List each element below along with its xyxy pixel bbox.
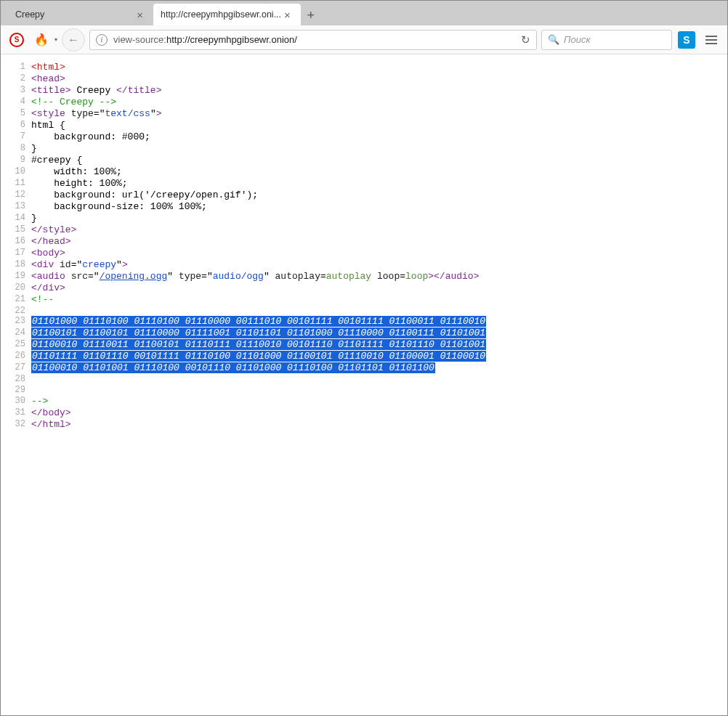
line-code: 01100101 01100101 01110000 01111001 0110… xyxy=(31,328,727,339)
line-code: --> xyxy=(31,396,727,407)
line-code: </body> xyxy=(31,407,727,419)
noscript-icon[interactable]: S xyxy=(7,30,27,50)
line-number: 5 xyxy=(1,108,31,120)
line-code: height: 100%; xyxy=(31,178,727,190)
line-number: 24 xyxy=(1,328,31,339)
source-line[interactable]: 16</head> xyxy=(1,236,727,248)
line-number: 26 xyxy=(1,351,31,362)
source-line[interactable]: 11 height: 100%; xyxy=(1,178,727,190)
line-code: html { xyxy=(31,120,727,131)
source-line[interactable]: 3<title> Creepy </title> xyxy=(1,85,727,97)
line-code: </div> xyxy=(31,282,727,294)
line-number: 7 xyxy=(1,131,31,143)
hamburger-menu[interactable] xyxy=(701,30,721,50)
line-code: <title> Creepy </title> xyxy=(31,85,727,97)
line-code: </html> xyxy=(31,419,727,431)
source-line[interactable]: 1<html> xyxy=(1,62,727,73)
url-text: view-source:http://creepymhpgibsewr.onio… xyxy=(113,34,515,45)
source-line[interactable]: 21<!-- xyxy=(1,294,727,306)
source-line[interactable]: 2<head> xyxy=(1,73,727,85)
line-code: width: 100%; xyxy=(31,166,727,178)
source-line[interactable]: 17<body> xyxy=(1,248,727,259)
source-line[interactable]: 30--> xyxy=(1,396,727,407)
search-input[interactable]: 🔍 Поиск xyxy=(541,30,672,50)
info-icon[interactable]: i xyxy=(96,34,108,46)
line-number: 19 xyxy=(1,271,31,282)
source-line[interactable]: 9#creepy { xyxy=(1,155,727,166)
source-line[interactable]: 5<style type="text/css"> xyxy=(1,108,727,120)
search-placeholder: Поиск xyxy=(564,34,591,45)
line-code: <body> xyxy=(31,248,727,259)
line-number: 13 xyxy=(1,201,31,213)
line-number: 11 xyxy=(1,178,31,190)
chevron-down-icon[interactable]: ▾ xyxy=(54,36,57,43)
source-line[interactable]: 2601101111 01101110 00101111 01110100 01… xyxy=(1,351,727,362)
line-code xyxy=(31,374,727,385)
line-code: background: #000; xyxy=(31,131,727,143)
line-code xyxy=(31,306,727,317)
tab-creepy[interactable]: Creepy × xyxy=(8,4,153,25)
source-line[interactable]: 4<!-- Creepy --> xyxy=(1,97,727,108)
source-line[interactable]: 15</style> xyxy=(1,224,727,236)
line-number: 8 xyxy=(1,143,31,155)
source-line[interactable]: 28 xyxy=(1,374,727,385)
line-code: background: url('/creepy/open.gif'); xyxy=(31,190,727,201)
close-icon[interactable]: × xyxy=(134,9,146,21)
line-number: 30 xyxy=(1,396,31,407)
source-line[interactable]: 2701100010 01101001 01110100 00101110 01… xyxy=(1,362,727,374)
line-number: 9 xyxy=(1,155,31,166)
line-number: 25 xyxy=(1,339,31,351)
source-line[interactable]: 10 width: 100%; xyxy=(1,166,727,178)
line-code: 01100010 01110011 01100101 01110111 0111… xyxy=(31,339,727,351)
source-line[interactable]: 6html { xyxy=(1,120,727,131)
line-number: 21 xyxy=(1,294,31,306)
line-number: 18 xyxy=(1,259,31,271)
cookies-icon[interactable]: 🔥 xyxy=(31,30,52,50)
tab-source[interactable]: http://creepymhpgibsewr.oni... × xyxy=(153,4,301,25)
source-line[interactable]: 13 background-size: 100% 100%; xyxy=(1,201,727,213)
line-number: 23 xyxy=(1,316,31,328)
source-line[interactable]: 18<div id="creepy"> xyxy=(1,259,727,271)
source-line[interactable]: 32</html> xyxy=(1,419,727,431)
line-number: 6 xyxy=(1,120,31,131)
line-code: <audio src="/opening.ogg" type="audio/og… xyxy=(31,271,727,282)
line-number: 27 xyxy=(1,362,31,374)
line-code: 01101000 01110100 01110100 01110000 0011… xyxy=(31,316,727,328)
source-line[interactable]: 2401100101 01100101 01110000 01111001 01… xyxy=(1,328,727,339)
line-number: 14 xyxy=(1,213,31,224)
source-line[interactable]: 31</body> xyxy=(1,407,727,419)
source-line[interactable]: 22 xyxy=(1,306,727,317)
line-number: 22 xyxy=(1,306,31,317)
back-button[interactable]: ← xyxy=(62,28,85,52)
source-line[interactable]: 14} xyxy=(1,213,727,224)
source-view[interactable]: 1<html>2<head>3<title> Creepy </title>4<… xyxy=(1,54,727,431)
line-code: </style> xyxy=(31,224,727,236)
line-number: 17 xyxy=(1,248,31,259)
line-number: 20 xyxy=(1,282,31,294)
line-number: 31 xyxy=(1,407,31,419)
line-number: 29 xyxy=(1,385,31,396)
source-line[interactable]: 12 background: url('/creepy/open.gif'); xyxy=(1,190,727,201)
skype-icon[interactable]: S xyxy=(676,30,697,50)
source-line[interactable]: 19<audio src="/opening.ogg" type="audio/… xyxy=(1,271,727,282)
line-number: 28 xyxy=(1,374,31,385)
reload-icon[interactable]: ↻ xyxy=(521,33,530,46)
tab-label: Creepy xyxy=(15,9,134,20)
line-number: 32 xyxy=(1,419,31,431)
source-line[interactable]: 2301101000 01110100 01110100 01110000 00… xyxy=(1,316,727,328)
line-code: #creepy { xyxy=(31,155,727,166)
line-code: } xyxy=(31,143,727,155)
close-icon[interactable]: × xyxy=(281,9,294,21)
source-line[interactable]: 29 xyxy=(1,385,727,396)
url-bar[interactable]: i view-source:http://creepymhpgibsewr.on… xyxy=(89,30,537,50)
line-code: <!-- xyxy=(31,294,727,306)
source-line[interactable]: 20</div> xyxy=(1,282,727,294)
source-line[interactable]: 8} xyxy=(1,143,727,155)
new-tab-button[interactable]: + xyxy=(301,5,321,25)
source-line[interactable]: 2501100010 01110011 01100101 01110111 01… xyxy=(1,339,727,351)
source-line[interactable]: 7 background: #000; xyxy=(1,131,727,143)
line-code: <style type="text/css"> xyxy=(31,108,727,120)
line-number: 10 xyxy=(1,166,31,178)
line-number: 4 xyxy=(1,97,31,108)
line-code xyxy=(31,385,727,396)
